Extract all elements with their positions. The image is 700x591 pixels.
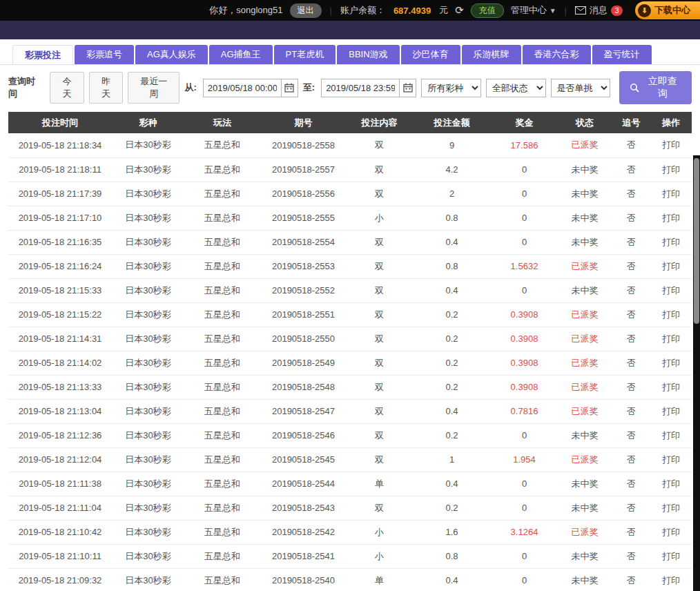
- cell-chase: 否: [612, 230, 650, 254]
- cell-status: 已派奖: [557, 133, 612, 157]
- cell-time: 2019-05-18 21:10:42: [8, 520, 112, 544]
- cell-play: 五星总和: [184, 206, 260, 230]
- cell-action[interactable]: 打印: [650, 520, 692, 544]
- table-row: 2019-05-18 21:17:39日本30秒彩五星总和20190518-25…: [8, 182, 692, 206]
- cell-content: 双: [347, 230, 412, 254]
- single-pick-select[interactable]: 是否单挑: [551, 79, 611, 97]
- table-row: 2019-05-18 21:10:11日本30秒彩五星总和20190518-25…: [8, 544, 692, 568]
- quick-button-today[interactable]: 今天: [50, 72, 84, 104]
- cell-time: 2019-05-18 21:13:04: [8, 399, 112, 423]
- cell-action[interactable]: 打印: [650, 182, 692, 206]
- cell-action[interactable]: 打印: [650, 447, 692, 472]
- tab-item[interactable]: PT老虎机: [274, 45, 336, 64]
- sub-header-band: [0, 21, 700, 39]
- column-header-play: 玩法: [184, 112, 260, 133]
- cell-content: 双: [347, 447, 412, 472]
- cell-play: 五星总和: [184, 544, 260, 568]
- table-row: 2019-05-18 21:12:04日本30秒彩五星总和20190518-25…: [8, 447, 692, 472]
- chevron-down-icon: ▼: [550, 7, 556, 14]
- cell-status: 未中奖: [557, 544, 612, 568]
- cell-issue: 20190518-2546: [260, 423, 347, 447]
- cell-amount: 0.8: [412, 206, 492, 230]
- cell-action[interactable]: 打印: [650, 133, 692, 157]
- quick-button-last-week[interactable]: 最近一周: [128, 72, 179, 104]
- page-scrollbar[interactable]: [693, 155, 700, 591]
- cell-amount: 0.2: [412, 351, 492, 375]
- cell-lottery: 日本30秒彩: [112, 447, 184, 472]
- refresh-icon[interactable]: ⟳: [455, 4, 464, 17]
- cell-action[interactable]: 打印: [650, 496, 692, 520]
- tab-item[interactable]: 乐游棋牌: [462, 45, 521, 64]
- cell-action[interactable]: 打印: [650, 568, 692, 591]
- cell-issue: 20190518-2552: [260, 278, 347, 302]
- download-center-button[interactable]: ⬇ 下载中心: [635, 1, 700, 19]
- cell-content: 双: [347, 327, 412, 351]
- cell-action[interactable]: 打印: [650, 423, 692, 447]
- tab-item[interactable]: AG捕鱼王: [209, 45, 273, 64]
- cell-action[interactable]: 打印: [650, 206, 692, 230]
- cell-status: 已派奖: [557, 520, 612, 544]
- tab-item[interactable]: 沙巴体育: [401, 45, 460, 64]
- query-now-button[interactable]: 立即查询: [619, 71, 692, 104]
- table-row: 2019-05-18 21:16:35日本30秒彩五星总和20190518-25…: [8, 230, 692, 254]
- tab-item[interactable]: 彩票追号: [75, 45, 134, 64]
- tab-item[interactable]: AG真人娱乐: [135, 45, 208, 64]
- cell-action[interactable]: 打印: [650, 254, 692, 278]
- cell-issue: 20190518-2551: [260, 302, 347, 327]
- cell-time: 2019-05-18 21:17:10: [8, 206, 112, 230]
- cell-play: 五星总和: [184, 230, 260, 254]
- cell-action[interactable]: 打印: [650, 375, 692, 399]
- tab-item[interactable]: BBIN游戏: [337, 45, 399, 64]
- tab-active[interactable]: 彩票投注: [12, 45, 73, 64]
- cell-content: 双: [347, 375, 412, 399]
- scrollbar-thumb[interactable]: [694, 158, 699, 324]
- lottery-type-select[interactable]: 所有彩种: [421, 79, 481, 97]
- quick-button-yesterday[interactable]: 昨天: [89, 72, 124, 104]
- cell-action[interactable]: 打印: [650, 278, 692, 302]
- cell-amount: 0.4: [412, 278, 492, 302]
- messages-menu[interactable]: 消息 3: [575, 4, 623, 17]
- cell-action[interactable]: 打印: [650, 327, 692, 351]
- from-date-input[interactable]: [204, 83, 281, 93]
- cell-chase: 否: [612, 351, 650, 375]
- recharge-button[interactable]: 充值: [471, 3, 504, 18]
- calendar-icon[interactable]: [399, 79, 416, 97]
- cell-time: 2019-05-18 21:16:35: [8, 230, 112, 254]
- cell-status: 已派奖: [557, 254, 612, 278]
- cell-lottery: 日本30秒彩: [112, 423, 184, 447]
- cell-action[interactable]: 打印: [650, 544, 692, 568]
- cell-amount: 9: [412, 133, 492, 157]
- table-row: 2019-05-18 21:10:42日本30秒彩五星总和20190518-25…: [8, 520, 692, 544]
- calendar-icon[interactable]: [281, 79, 298, 97]
- cell-action[interactable]: 打印: [650, 230, 692, 254]
- admin-center-menu[interactable]: 管理中心 ▼: [511, 4, 556, 17]
- cell-action[interactable]: 打印: [650, 351, 692, 375]
- table-row: 2019-05-18 21:11:04日本30秒彩五星总和20190518-25…: [8, 496, 692, 520]
- cell-issue: 20190518-2544: [260, 472, 347, 496]
- tab-item[interactable]: 盈亏统计: [592, 45, 652, 64]
- table-row: 2019-05-18 21:18:34日本30秒彩五星总和20190518-25…: [8, 133, 692, 157]
- tab-item[interactable]: 香港六合彩: [523, 45, 591, 64]
- cell-amount: 1.6: [412, 520, 492, 544]
- cell-amount: 0.4: [412, 399, 492, 423]
- to-label: 至:: [303, 81, 315, 94]
- cell-content: 小: [347, 520, 412, 544]
- status-select[interactable]: 全部状态: [486, 79, 546, 97]
- cell-lottery: 日本30秒彩: [112, 375, 184, 399]
- messages-count-badge: 3: [611, 6, 623, 16]
- cell-chase: 否: [612, 399, 650, 423]
- cell-amount: 1: [412, 447, 492, 472]
- cell-content: 双: [347, 133, 412, 157]
- topbar-divider: |: [330, 6, 332, 16]
- cell-chase: 否: [612, 544, 650, 568]
- cell-status: 未中奖: [557, 230, 612, 254]
- cell-prize: 3.1264: [492, 520, 557, 544]
- cell-action[interactable]: 打印: [650, 399, 692, 423]
- cell-action[interactable]: 打印: [650, 157, 692, 182]
- cell-time: 2019-05-18 21:11:04: [8, 496, 112, 520]
- cell-action[interactable]: 打印: [650, 472, 692, 496]
- to-date-input[interactable]: [322, 83, 399, 93]
- cell-amount: 0.4: [412, 568, 492, 591]
- cell-action[interactable]: 打印: [650, 302, 692, 327]
- logout-button[interactable]: 退出: [290, 3, 322, 18]
